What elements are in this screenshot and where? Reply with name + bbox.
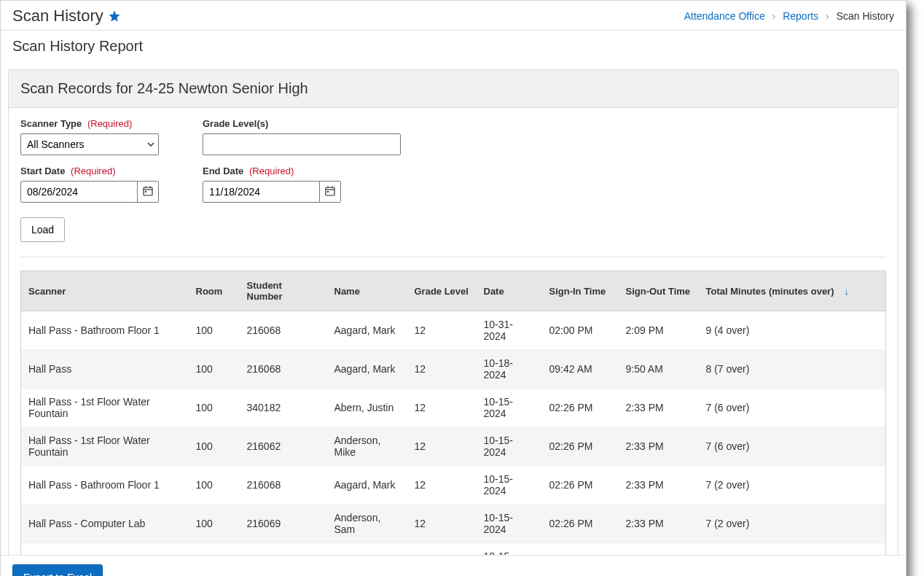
separator	[20, 257, 886, 257]
cell-name: Aagard, Mark	[327, 311, 407, 350]
scanner-type-field: Scanner Type (Required) All Scanners	[20, 118, 159, 155]
cell-name: Aagard, Mark	[327, 350, 407, 389]
calendar-icon	[324, 185, 336, 199]
breadcrumb-current: Scan History	[837, 10, 894, 22]
required-marker: (Required)	[87, 118, 132, 129]
cell-sign-out: 2:33 PM	[619, 505, 699, 543]
load-button[interactable]: Load	[20, 217, 65, 242]
cell-sign-in: 02:26 PM	[542, 389, 619, 427]
table-body: Hall Pass - Bathroom Floor 1100216068Aag…	[21, 311, 886, 556]
cell-scanner: Hall Pass - Bathroom Floor 1	[21, 311, 189, 350]
start-date-wrap	[20, 181, 159, 203]
cell-date: 10-18-2024	[477, 350, 542, 389]
svg-rect-5	[326, 187, 334, 195]
cell-sign-in: 02:26 PM	[542, 505, 619, 543]
scanner-type-select[interactable]: All Scanners	[20, 133, 159, 155]
cell-date: 10-15-2024	[477, 543, 542, 556]
start-date-label: Start Date (Required)	[20, 166, 159, 176]
cell-sign-in: 02:00 PM	[542, 311, 619, 350]
table-row[interactable]: Hall Pass - 1st Floor Water Fountain1003…	[21, 389, 886, 427]
cell-sign-in: 02:26 PM	[542, 466, 619, 505]
header: Scan History Attendance Office › Reports…	[1, 1, 906, 30]
cell-sign-out: 9:50 AM	[619, 350, 699, 389]
end-date-field: End Date (Required)	[203, 166, 341, 203]
cell-total: 7 (2 over)	[699, 466, 886, 505]
scan-records-panel: Scan Records for 24-25 Newton Senior Hig…	[8, 69, 898, 555]
breadcrumb-link-reports[interactable]: Reports	[783, 10, 818, 22]
col-total-minutes[interactable]: Total Minutes (minutes over) ↓	[699, 271, 886, 311]
start-date-picker-button[interactable]	[137, 182, 158, 202]
cell-sign-out: 2:33 PM	[619, 427, 699, 466]
svg-rect-9	[327, 191, 329, 192]
favorite-star-icon[interactable]	[108, 9, 121, 23]
table-row[interactable]: Hall Pass - Bathroom Floor 1100216068Aag…	[21, 466, 886, 505]
end-date-picker-button[interactable]	[319, 182, 340, 202]
footer: Export to Excel	[1, 555, 906, 576]
end-date-wrap	[203, 181, 341, 203]
cell-grade: 12	[407, 466, 477, 505]
cell-grade: 12	[407, 389, 477, 427]
cell-sign-in: 02:26 PM	[542, 543, 619, 556]
cell-sign-out: 2:33 PM	[619, 543, 699, 556]
table-row[interactable]: Hall Pass - Bathroom Floor 1100216068Aag…	[21, 311, 886, 350]
cell-room: 100	[189, 505, 240, 543]
panel-title: Scan Records for 24-25 Newton Senior Hig…	[9, 70, 898, 108]
cell-student-number: 216069	[240, 505, 327, 543]
report-title: Scan History Report	[12, 38, 894, 55]
chevron-right-icon: ›	[768, 10, 780, 22]
required-marker: (Required)	[71, 166, 115, 176]
svg-rect-0	[144, 187, 152, 195]
content-scroll-region[interactable]: Scan Records for 24-25 Newton Senior Hig…	[1, 62, 906, 555]
scan-history-table: Scanner Room Student Number Name Grade L…	[20, 271, 886, 555]
breadcrumb-link-attendance-office[interactable]: Attendance Office	[684, 10, 765, 22]
start-date-input[interactable]	[21, 182, 137, 202]
cell-room: 100	[189, 466, 240, 505]
cell-total: 7 (6 over)	[699, 427, 886, 466]
cell-student-number: 216062	[240, 427, 327, 466]
cell-room: 100	[189, 427, 240, 466]
app-window: Scan History Attendance Office › Reports…	[0, 0, 907, 576]
cell-date: 10-15-2024	[477, 427, 542, 466]
table-row[interactable]: Hall Pass100216068Aagard, Mark1210-18-20…	[21, 350, 886, 389]
cell-student-number: 216068	[240, 311, 327, 350]
grade-levels-input[interactable]	[203, 133, 401, 155]
label-text: End Date	[203, 166, 243, 176]
label-text: Scanner Type	[20, 118, 82, 129]
cell-scanner: Hall Pass - 1st Floor Water Fountain	[21, 389, 189, 427]
end-date-label: End Date (Required)	[203, 166, 341, 176]
cell-sign-in: 09:42 AM	[542, 350, 619, 389]
col-sign-in[interactable]: Sign-In Time	[542, 271, 619, 311]
required-marker: (Required)	[249, 166, 294, 176]
cell-scanner: Hall Pass - Computer Lab	[21, 505, 189, 543]
sub-header: Scan History Report	[1, 30, 906, 62]
cell-student-number: 216063	[240, 543, 327, 556]
table-row[interactable]: Hall Pass - 1st Floor Water Fountain1002…	[21, 427, 886, 466]
col-date[interactable]: Date	[477, 271, 542, 311]
cell-total: 7 (6 over)	[699, 389, 886, 427]
col-grade-level[interactable]: Grade Level	[407, 271, 477, 311]
col-scanner[interactable]: Scanner	[21, 271, 189, 311]
cell-sign-in: 02:26 PM	[542, 427, 619, 466]
col-student-number[interactable]: Student Number	[240, 271, 327, 311]
end-date-input[interactable]	[203, 182, 319, 202]
cell-date: 10-15-2024	[477, 389, 542, 427]
export-to-excel-button[interactable]: Export to Excel	[12, 564, 103, 576]
cell-room: 100	[189, 543, 240, 556]
cell-grade: 12	[407, 427, 477, 466]
table-row[interactable]: Hall Pass - Auditorium100216063Arauz, Ka…	[21, 543, 886, 556]
cell-date: 10-15-2024	[477, 466, 542, 505]
svg-rect-4	[145, 191, 146, 192]
page-title: Scan History	[12, 7, 103, 26]
cell-student-number: 216068	[240, 466, 327, 505]
table-row[interactable]: Hall Pass - Computer Lab100216069Anderso…	[21, 505, 886, 543]
col-sign-out[interactable]: Sign-Out Time	[619, 271, 699, 311]
cell-total: 7 (2 over)	[699, 543, 886, 556]
col-name[interactable]: Name	[327, 271, 407, 311]
label-text: Start Date	[20, 166, 65, 176]
col-room[interactable]: Room	[189, 271, 240, 311]
cell-name: Aagard, Mark	[327, 466, 407, 505]
cell-room: 100	[189, 389, 240, 427]
cell-name: Abern, Justin	[327, 389, 407, 427]
cell-scanner: Hall Pass - Bathroom Floor 1	[21, 466, 189, 505]
cell-sign-out: 2:09 PM	[619, 311, 699, 350]
